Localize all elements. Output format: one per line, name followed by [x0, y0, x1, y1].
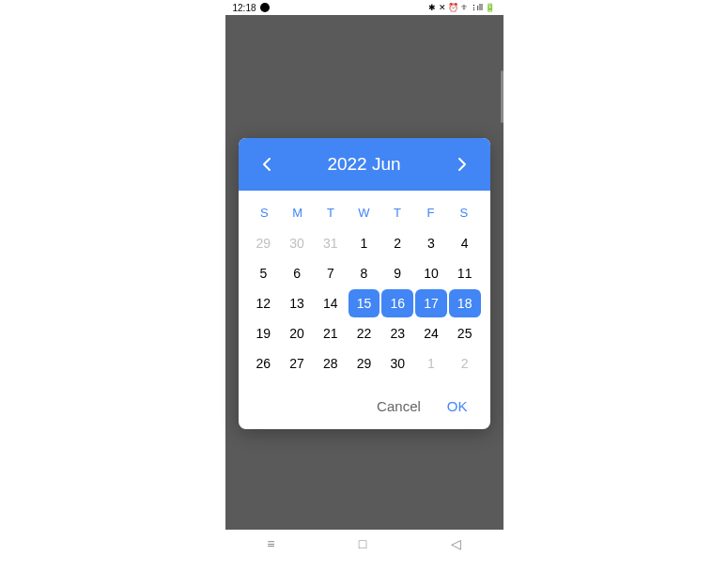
day-cell[interactable]: 12 — [248, 289, 280, 317]
back-button[interactable]: ◁ — [451, 536, 461, 551]
weekday-row: SMTWTFS — [248, 202, 481, 224]
status-icons: ✱ ✕ ⏰ ᯤ ⫶ıll 🔋 — [428, 3, 495, 12]
day-cell[interactable]: 14 — [315, 289, 347, 317]
status-left: 12:18 — [233, 3, 270, 13]
day-cell[interactable]: 31 — [315, 229, 347, 257]
home-button[interactable]: □ — [359, 536, 366, 551]
weekday-header: F — [414, 202, 447, 224]
day-cell[interactable]: 1 — [415, 349, 447, 378]
chevron-right-icon — [457, 157, 467, 172]
day-cell[interactable]: 5 — [248, 259, 280, 287]
picker-month-year[interactable]: 2022 Jun — [327, 154, 400, 175]
weekday-header: M — [281, 202, 314, 224]
day-cell[interactable]: 29 — [349, 349, 380, 378]
android-nav-bar: ≡ □ ◁ — [225, 530, 503, 558]
day-cell[interactable]: 17 — [415, 289, 447, 317]
day-cell[interactable]: 13 — [281, 289, 313, 317]
day-cell[interactable]: 2 — [449, 349, 481, 378]
status-bar: 12:18 ✱ ✕ ⏰ ᯤ ⫶ıll 🔋 — [225, 0, 503, 15]
phone-frame: 12:18 ✱ ✕ ⏰ ᯤ ⫶ıll 🔋 2022 Jun SMTWTFS 29 — [225, 0, 503, 558]
weekday-header: T — [380, 202, 413, 224]
day-cell[interactable]: 8 — [349, 259, 380, 287]
day-cell[interactable]: 19 — [248, 319, 280, 347]
day-cell[interactable]: 2 — [381, 229, 413, 257]
day-cell[interactable]: 30 — [281, 229, 313, 257]
day-cell[interactable]: 24 — [415, 319, 447, 347]
day-cell[interactable]: 15 — [349, 289, 380, 317]
day-cell[interactable]: 3 — [415, 229, 447, 257]
scroll-indicator[interactable] — [501, 70, 503, 123]
day-cell[interactable]: 16 — [381, 289, 413, 317]
day-cell[interactable]: 10 — [415, 259, 447, 287]
calendar-body: SMTWTFS 29303112345678910111213141516171… — [239, 191, 490, 385]
prev-month-button[interactable] — [256, 153, 278, 176]
day-cell[interactable]: 28 — [315, 349, 347, 378]
day-cell[interactable]: 26 — [248, 349, 280, 378]
day-cell[interactable]: 4 — [449, 229, 481, 257]
day-cell[interactable]: 29 — [248, 229, 280, 257]
day-cell[interactable]: 20 — [281, 319, 313, 347]
day-cell[interactable]: 27 — [281, 349, 313, 378]
weekday-header: T — [314, 202, 347, 224]
recent-apps-button[interactable]: ≡ — [267, 536, 274, 551]
weekday-header: S — [248, 202, 281, 224]
status-time: 12:18 — [233, 3, 256, 13]
day-cell[interactable]: 30 — [381, 349, 413, 378]
days-grid: 2930311234567891011121314151617181920212… — [248, 229, 481, 378]
day-cell[interactable]: 6 — [281, 259, 313, 287]
picker-header: 2022 Jun — [239, 138, 490, 191]
next-month-button[interactable] — [451, 153, 473, 176]
date-picker-modal: 2022 Jun SMTWTFS 29303112345678910111213… — [239, 138, 490, 429]
day-cell[interactable]: 18 — [449, 289, 481, 317]
picker-actions: Cancel OK — [239, 385, 490, 429]
cancel-button[interactable]: Cancel — [377, 398, 421, 414]
day-cell[interactable]: 7 — [315, 259, 347, 287]
weekday-header: W — [348, 202, 380, 224]
ok-button[interactable]: OK — [447, 398, 468, 414]
day-cell[interactable]: 25 — [449, 319, 481, 347]
status-app-icon — [260, 3, 270, 12]
day-cell[interactable]: 21 — [315, 319, 347, 347]
chevron-left-icon — [262, 157, 271, 172]
day-cell[interactable]: 9 — [381, 259, 413, 287]
day-cell[interactable]: 11 — [449, 259, 481, 287]
weekday-header: S — [447, 202, 480, 224]
day-cell[interactable]: 22 — [349, 319, 380, 347]
day-cell[interactable]: 23 — [381, 319, 413, 347]
status-right: ✱ ✕ ⏰ ᯤ ⫶ıll 🔋 — [428, 3, 495, 12]
day-cell[interactable]: 1 — [349, 229, 380, 257]
